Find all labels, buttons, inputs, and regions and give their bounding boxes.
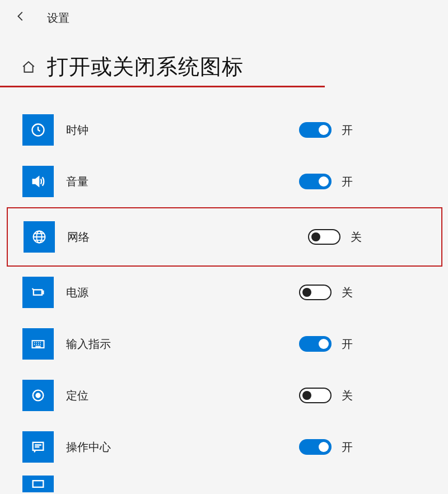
- toggle-state: 开: [342, 123, 353, 138]
- page-title: 打开或关闭系统图标: [47, 53, 244, 81]
- setting-row-power: 电源 关: [22, 267, 448, 318]
- clock-icon: [22, 114, 54, 146]
- toggle-state: 关: [351, 230, 362, 245]
- svg-rect-8: [33, 442, 44, 450]
- setting-label: 定位: [66, 388, 88, 403]
- page-title-row: 打开或关闭系统图标: [0, 36, 325, 87]
- toggle-network[interactable]: [308, 229, 340, 245]
- toggle-state: 开: [342, 440, 353, 455]
- toggle-state: 开: [342, 174, 353, 189]
- setting-label: 操作中心: [66, 440, 111, 455]
- toggle-input[interactable]: [299, 336, 332, 352]
- svg-rect-9: [33, 481, 44, 487]
- keyboard-icon: [22, 328, 54, 360]
- home-icon[interactable]: [21, 60, 36, 74]
- settings-list: 时钟 开 音量 开 网络 关 电源: [0, 104, 448, 494]
- setting-row-actioncenter: 操作中心 开: [22, 421, 448, 473]
- header: 设置: [0, 0, 448, 36]
- setting-label: 音量: [66, 174, 88, 189]
- action-center-icon: [22, 431, 54, 463]
- toggle-state: 关: [342, 285, 353, 300]
- setting-row-input: 输入指示 开: [22, 318, 448, 370]
- toggle-state: 关: [342, 388, 353, 403]
- toggle-state: 开: [342, 337, 353, 352]
- setting-row-partial: [22, 473, 448, 494]
- svg-point-7: [36, 394, 40, 398]
- back-button[interactable]: [15, 10, 27, 26]
- toggle-actioncenter[interactable]: [299, 439, 332, 455]
- setting-row-location: 定位 关: [22, 370, 448, 421]
- setting-label: 网络: [67, 230, 90, 245]
- setting-label: 输入指示: [66, 337, 111, 352]
- volume-icon: [22, 166, 54, 197]
- setting-row-clock: 时钟 开: [22, 104, 448, 156]
- toggle-clock[interactable]: [299, 122, 332, 138]
- network-icon: [24, 221, 55, 253]
- header-title: 设置: [47, 11, 69, 26]
- toggle-location[interactable]: [299, 388, 332, 403]
- toggle-volume[interactable]: [299, 174, 332, 189]
- setting-row-network: 网络 关: [7, 207, 442, 267]
- setting-row-volume: 音量 开: [22, 156, 448, 207]
- location-icon: [22, 380, 54, 411]
- toggle-power[interactable]: [299, 285, 332, 300]
- svg-rect-4: [42, 291, 43, 294]
- svg-rect-3: [34, 290, 42, 295]
- setting-label: 电源: [66, 285, 88, 300]
- setting-label: 时钟: [66, 123, 88, 138]
- power-icon: [22, 277, 54, 308]
- partial-icon: [22, 476, 54, 492]
